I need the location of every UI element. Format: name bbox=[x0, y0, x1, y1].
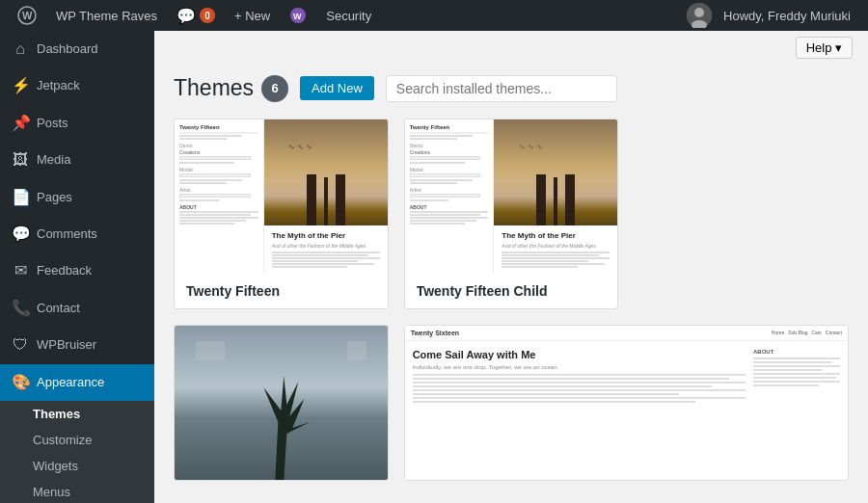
woo-icon[interactable]: W bbox=[280, 0, 316, 31]
content-area: Help ▾ Themes 6 Add New Twenty Fifteen bbox=[154, 31, 868, 503]
theme-screenshot-twenty-fifteen-child: Twenty Fifteen Demo: Creations Model: bbox=[405, 119, 618, 274]
ts-nav-contact: Contact bbox=[826, 330, 842, 335]
ts-nav-cats: Cats bbox=[811, 330, 821, 335]
main-layout: ⌂ Dashboard ⚡ Jetpack 📌 Posts 🖼 Media 📄 … bbox=[0, 31, 868, 503]
sidebar-item-comments[interactable]: 💬 Comments bbox=[0, 216, 154, 252]
submenu-widgets[interactable]: Widgets bbox=[0, 453, 154, 479]
theme-info-twenty-fifteen-child: Twenty Fifteen Child bbox=[405, 274, 618, 308]
user-menu[interactable]: Howdy, Freddy Muriuki bbox=[677, 0, 860, 31]
notification-count: 0 bbox=[200, 8, 215, 23]
submenu-menus[interactable]: Menus bbox=[0, 479, 154, 503]
sidebar-item-contact[interactable]: 📞 Contact bbox=[0, 290, 154, 327]
page-title: Themes bbox=[174, 74, 254, 103]
theme-card-plant[interactable] bbox=[174, 325, 389, 481]
howdy-text: Howdy, Freddy Muriuki bbox=[723, 9, 851, 23]
theme-screenshot-twenty-sixteen: Twenty Sixteen Home Sub Blog Cats Contac… bbox=[405, 326, 848, 480]
ts-nav: Twenty Sixteen Home Sub Blog Cats Contac… bbox=[405, 326, 848, 341]
svg-text:W: W bbox=[22, 10, 33, 21]
theme-card-twenty-sixteen[interactable]: Twenty Sixteen Home Sub Blog Cats Contac… bbox=[404, 325, 849, 481]
sidebar-item-pages[interactable]: 📄 Pages bbox=[0, 179, 154, 216]
appearance-submenu: Themes Customize Widgets Menus Header Cr… bbox=[0, 401, 154, 503]
wp-logo[interactable]: W bbox=[8, 0, 46, 31]
notifications[interactable]: 💬 0 bbox=[167, 0, 225, 31]
ts-tagline: Individually, we are one drop. Together,… bbox=[413, 364, 746, 370]
theme-screenshot-plant bbox=[175, 326, 388, 480]
sidebar-item-dashboard[interactable]: ⌂ Dashboard bbox=[0, 31, 154, 67]
search-input[interactable] bbox=[386, 75, 617, 102]
admin-bar: W WP Theme Raves 💬 0 + New W Security Ho… bbox=[0, 0, 868, 31]
sidebar-item-jetpack[interactable]: ⚡ Jetpack bbox=[0, 67, 154, 104]
sidebar-item-posts[interactable]: 📌 Posts bbox=[0, 105, 154, 142]
page-title-area: Themes 6 bbox=[174, 74, 288, 103]
sky-birds-decoration: ∿∿∿ bbox=[288, 143, 314, 151]
avatar bbox=[687, 3, 712, 28]
themes-grid: Twenty Fifteen Demo: Creations Model: bbox=[154, 103, 868, 496]
ts-mockup: Twenty Sixteen Home Sub Blog Cats Contac… bbox=[405, 326, 848, 480]
theme-name-twenty-fifteen: Twenty Fifteen bbox=[186, 283, 376, 299]
posts-icon: 📌 bbox=[12, 113, 29, 134]
article-subtitle-tf: And of other the Fashion of the Middle A… bbox=[272, 243, 380, 249]
page-header: Themes 6 Add New bbox=[154, 65, 868, 103]
sidebar-item-media[interactable]: 🖼 Media bbox=[0, 142, 154, 178]
comments-icon: 💬 bbox=[12, 224, 29, 245]
ts-nav-blog: Sub Blog bbox=[788, 330, 807, 335]
contact-icon: 📞 bbox=[12, 298, 29, 319]
svg-text:W: W bbox=[293, 12, 302, 21]
theme-info-twenty-fifteen: Twenty Fifteen bbox=[175, 274, 388, 308]
theme-card-twenty-fifteen[interactable]: Twenty Fifteen Demo: Creations Model: bbox=[174, 119, 389, 309]
sidebar-item-feedback[interactable]: ✉ Feedback bbox=[0, 252, 154, 289]
article-subtitle-child: And of other the Fashion of the Middle A… bbox=[502, 243, 610, 249]
ts-nav-home: Home bbox=[772, 330, 784, 335]
ts-sidebar-title: ABOUT bbox=[753, 349, 840, 355]
help-button[interactable]: Help ▾ bbox=[796, 37, 853, 59]
dashboard-icon: ⌂ bbox=[12, 39, 29, 60]
security[interactable]: Security bbox=[316, 0, 381, 31]
help-bar: Help ▾ bbox=[154, 31, 868, 65]
article-title-tf: The Myth of the Pier bbox=[272, 231, 380, 241]
sidebar-item-appearance[interactable]: 🎨 Appearance bbox=[0, 364, 154, 401]
site-name[interactable]: WP Theme Raves bbox=[46, 0, 167, 31]
ts-nav-items: Home Sub Blog Cats Contact bbox=[772, 330, 842, 335]
sidebar: ⌂ Dashboard ⚡ Jetpack 📌 Posts 🖼 Media 📄 … bbox=[0, 31, 154, 503]
theme-screenshot-twenty-fifteen: Twenty Fifteen Demo: Creations Model: bbox=[175, 119, 388, 274]
submenu-customize[interactable]: Customize bbox=[0, 427, 154, 453]
feedback-icon: ✉ bbox=[12, 260, 29, 281]
theme-count-badge: 6 bbox=[261, 75, 288, 102]
new-content[interactable]: + New bbox=[225, 0, 280, 31]
add-new-button[interactable]: Add New bbox=[300, 76, 374, 100]
media-icon: 🖼 bbox=[12, 149, 29, 171]
theme-name-twenty-fifteen-child: Twenty Fifteen Child bbox=[417, 283, 607, 299]
sidebar-item-wpbruiser[interactable]: 🛡 WPBruiser bbox=[0, 327, 154, 363]
ts-article-title: Come Sail Away with Me bbox=[413, 349, 746, 361]
birds-decoration-child: ∿∿∿ bbox=[519, 143, 545, 151]
pages-icon: 📄 bbox=[12, 187, 29, 208]
article-title-child: The Myth of the Pier bbox=[502, 231, 610, 241]
appearance-icon: 🎨 bbox=[12, 372, 29, 393]
ts-site-title: Twenty Sixteen bbox=[411, 330, 459, 336]
plant-silhouette bbox=[252, 364, 310, 480]
theme-card-twenty-fifteen-child[interactable]: Twenty Fifteen Demo: Creations Model: bbox=[404, 119, 619, 309]
svg-point-5 bbox=[694, 8, 704, 17]
jetpack-icon: ⚡ bbox=[12, 75, 29, 96]
submenu-themes[interactable]: Themes bbox=[0, 401, 154, 427]
wpbruiser-icon: 🛡 bbox=[12, 334, 29, 356]
